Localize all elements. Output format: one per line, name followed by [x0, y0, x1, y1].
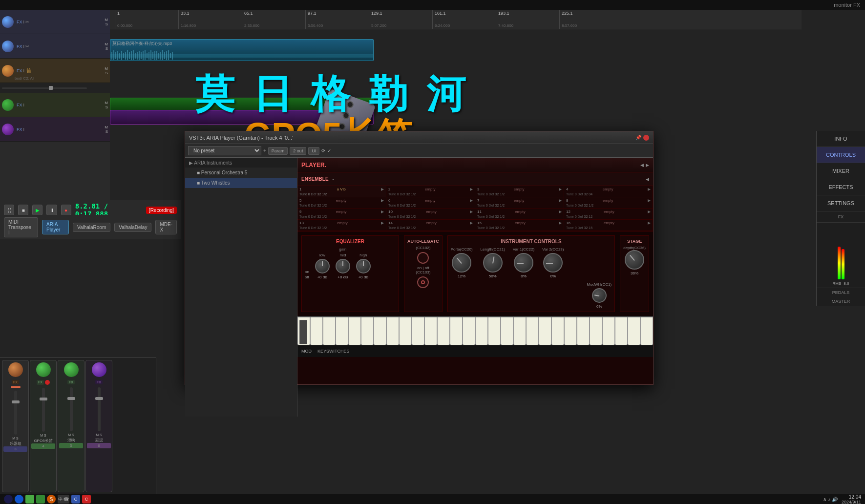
channel-10[interactable]: 10 empty ▶ Tune 0 Def 32 1/2 [386, 209, 475, 220]
track-knob-2[interactable] [2, 41, 14, 52]
modwhl-knob[interactable] [592, 288, 607, 303]
white-key[interactable] [323, 317, 336, 345]
white-key[interactable] [310, 317, 323, 345]
fader-thumb-3[interactable] [49, 86, 53, 90]
white-key[interactable] [374, 317, 386, 345]
white-key[interactable] [564, 317, 577, 345]
next-icon[interactable]: ▶ [646, 163, 649, 168]
file-icon[interactable] [36, 495, 45, 504]
channel-5[interactable]: 5 empty ▶ Tune 0 Def 32 1/2 [297, 197, 386, 209]
track-knob-3[interactable] [2, 65, 14, 77]
fader-1[interactable] [12, 400, 20, 403]
eq-high-knob[interactable] [356, 259, 371, 273]
audio-clip-main[interactable]: 莫日格勒河伴奏-科尔沁夫.mp3 [110, 39, 374, 61]
ensemble-arrow[interactable]: ◀ [646, 177, 649, 182]
eq-low-knob[interactable] [315, 259, 330, 273]
mute-btn-2[interactable]: M [40, 434, 43, 437]
solo-btn-3[interactable]: S [72, 433, 74, 437]
valhala-room-tab[interactable]: ValhalaRoom [73, 223, 110, 232]
plus-icon[interactable]: + [263, 148, 266, 153]
mute-btn-4[interactable]: M [96, 433, 99, 437]
fx-btn-1[interactable]: FX [12, 380, 19, 384]
white-key[interactable] [513, 317, 526, 345]
channel-4[interactable]: 4 empty ▶ Tune 0 Def 32 04 [564, 186, 653, 197]
midi-transpose-tab[interactable]: MIDI Transpose I [4, 217, 38, 237]
vst-pin-btn[interactable]: 📌 [635, 135, 641, 140]
white-key[interactable] [501, 317, 513, 345]
white-key[interactable] [602, 317, 615, 345]
white-key[interactable] [386, 317, 399, 345]
valhala-delay-tab[interactable]: ValhalaDelay [114, 223, 151, 232]
fx-btn-4[interactable]: FX [95, 380, 103, 384]
ch1-arrow[interactable]: ▶ [381, 187, 384, 191]
keyswitches-btn[interactable]: KEYSWITCHES [317, 349, 350, 354]
white-key[interactable] [475, 317, 488, 345]
sync-icon[interactable]: ⟳ [321, 148, 325, 153]
channel-11[interactable]: 11 empty ▶ Tune 0 Def 32 1/2 [475, 209, 564, 220]
white-key[interactable] [399, 317, 412, 345]
rewind-btn[interactable]: ⟨⟨ [4, 205, 14, 215]
vst-close-btn[interactable] [643, 135, 649, 141]
browser-icon[interactable] [25, 495, 34, 504]
fx-btn-3[interactable]: FX [67, 380, 75, 384]
white-key[interactable] [615, 317, 628, 345]
track-fx-btn-1[interactable]: FX [17, 20, 22, 24]
eq-mid-knob[interactable] [336, 259, 350, 273]
ui-btn[interactable]: UI [308, 147, 319, 155]
pause-btn[interactable]: ⏸ [46, 205, 57, 215]
mixer-knob-3[interactable] [64, 362, 79, 377]
fader-3[interactable] [67, 397, 75, 400]
mute-btn-1[interactable]: M [12, 437, 15, 440]
studio-one-icon[interactable]: S [47, 495, 56, 504]
out-btn[interactable]: 2 out [290, 147, 306, 155]
white-key[interactable] [640, 317, 653, 345]
settings-btn[interactable]: SETTINGS [817, 195, 865, 211]
mde-x-tab[interactable]: MDE-X [155, 220, 177, 234]
white-key[interactable] [437, 317, 450, 345]
aria-player-tab[interactable]: ARIA Player [42, 220, 69, 234]
ctrlr2-icon[interactable]: C [82, 495, 91, 504]
white-key[interactable] [450, 317, 463, 345]
mixer-knob-1[interactable] [8, 362, 23, 377]
prev-icon[interactable]: ◀ [640, 163, 644, 168]
check-icon[interactable]: ✓ [327, 148, 331, 153]
white-key[interactable] [590, 317, 602, 345]
mixer-knob-2[interactable] [36, 362, 51, 377]
taskbar-center-icon[interactable]: 中 · ☎ [58, 495, 69, 504]
mixer-knob-4[interactable] [92, 362, 106, 377]
eq-onoff[interactable]: on off [305, 270, 309, 279]
ctrlr-icon[interactable]: C [71, 495, 80, 504]
white-key[interactable] [628, 317, 640, 345]
channel-9[interactable]: 9 empty ▶ Tune 0 Def 32 1/2 [297, 209, 386, 220]
porta-knob[interactable] [452, 253, 471, 273]
white-key[interactable] [463, 317, 475, 345]
fader-2[interactable] [40, 398, 47, 400]
track-knob-5[interactable] [2, 124, 14, 135]
white-key[interactable] [577, 317, 590, 345]
controls-btn[interactable]: CONTROLS [817, 147, 865, 163]
white-key[interactable] [361, 317, 374, 345]
fader-4[interactable] [95, 397, 103, 400]
mute-btn-3[interactable]: M [68, 433, 71, 437]
channel-8[interactable]: 8 empty ▶ Tune 0 Def 32 1/2 [564, 197, 653, 209]
chrome-icon[interactable] [15, 495, 23, 504]
white-key[interactable] [336, 317, 348, 345]
channel-7[interactable]: 7 empty ▶ Tune 0 Def 32 1/2 [475, 197, 564, 209]
white-key[interactable] [551, 317, 564, 345]
info-btn[interactable]: INFO [817, 131, 865, 147]
browser-item-whistles[interactable]: ■ Two Whistles [185, 178, 297, 188]
white-key[interactable] [412, 317, 424, 345]
white-key[interactable] [488, 317, 501, 345]
channel-16[interactable]: 16 empty ▶ Tune 0 Def 32 15 [564, 220, 653, 231]
param-btn[interactable]: Param [268, 147, 288, 155]
white-key[interactable] [526, 317, 539, 345]
channel-12[interactable]: 12 empty ▶ Tune 0 Def 32 12 [564, 209, 653, 220]
on-off-btn[interactable] [417, 276, 429, 288]
track-fx-btn-4[interactable]: FX [17, 103, 22, 107]
record-arm-btn[interactable] [45, 380, 50, 385]
channel-3[interactable]: 3 empty ▶ Tune 0 Def 32 1/2 [475, 186, 564, 197]
depth-knob[interactable] [625, 250, 644, 270]
track-knob-1[interactable] [2, 16, 14, 28]
browser-item-gpo5[interactable]: ■ Personal Orchestra 5 [185, 168, 297, 178]
length-knob[interactable] [483, 253, 503, 273]
